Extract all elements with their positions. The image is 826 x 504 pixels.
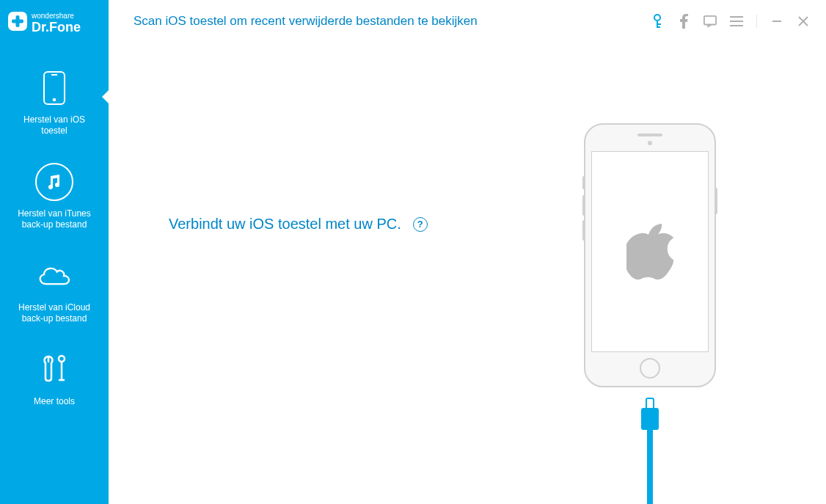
phone-icon (35, 69, 73, 107)
svg-point-5 (654, 15, 660, 21)
sidebar-item-label: Herstel van iTunes back-up bestand (10, 208, 98, 230)
sidebar-item-recover-icloud-backup[interactable]: Herstel van iCloud back-up bestand (0, 257, 109, 324)
apple-logo-icon (626, 224, 673, 280)
svg-point-17 (53, 98, 56, 102)
device-illustration (584, 123, 716, 504)
feedback-icon[interactable] (703, 15, 717, 28)
sidebar-item-recover-itunes-backup[interactable]: Herstel van iTunes back-up bestand (0, 163, 109, 230)
itunes-icon (35, 163, 73, 201)
svg-rect-9 (704, 16, 716, 25)
minimize-icon[interactable] (770, 15, 783, 28)
menu-icon[interactable] (730, 15, 743, 28)
svg-text:wondershare: wondershare (31, 12, 74, 20)
sidebar: Herstel van iOS toestel Herstel van iTun… (0, 43, 109, 504)
titlebar: wondershare Dr.Fone Scan iOS toestel om … (0, 0, 826, 43)
sidebar-item-label: Herstel van iCloud back-up bestand (11, 302, 98, 324)
page-title: Scan iOS toestel om recent verwijderde b… (134, 14, 478, 29)
svg-rect-2 (12, 20, 23, 23)
iphone-outline-icon (584, 123, 716, 387)
tools-icon (35, 351, 73, 389)
key-icon[interactable] (651, 15, 664, 28)
instruction-text: Verbindt uw iOS toestel met uw PC. (169, 216, 401, 233)
sidebar-item-label: Herstel van iOS toestel (16, 114, 92, 136)
brand-logo: wondershare Dr.Fone (0, 0, 109, 43)
lightning-cable-icon (641, 398, 659, 504)
cloud-icon (35, 257, 73, 295)
sidebar-item-label: Meer tools (26, 396, 82, 407)
help-glyph: ? (417, 219, 423, 230)
svg-text:Dr.Fone: Dr.Fone (32, 20, 81, 34)
help-icon[interactable]: ? (413, 217, 428, 232)
drfone-logo-icon: wondershare Dr.Fone (7, 7, 102, 35)
sidebar-item-recover-ios-device[interactable]: Herstel van iOS toestel (0, 69, 109, 136)
facebook-icon[interactable] (677, 15, 690, 28)
instruction-row: Verbindt uw iOS toestel met uw PC. ? (169, 216, 428, 233)
titlebar-controls (651, 15, 826, 28)
titlebar-separator (756, 15, 757, 28)
close-icon[interactable] (797, 15, 810, 28)
sidebar-item-more-tools[interactable]: Meer tools (0, 351, 109, 407)
main-content: Verbindt uw iOS toestel met uw PC. ? (109, 43, 826, 504)
